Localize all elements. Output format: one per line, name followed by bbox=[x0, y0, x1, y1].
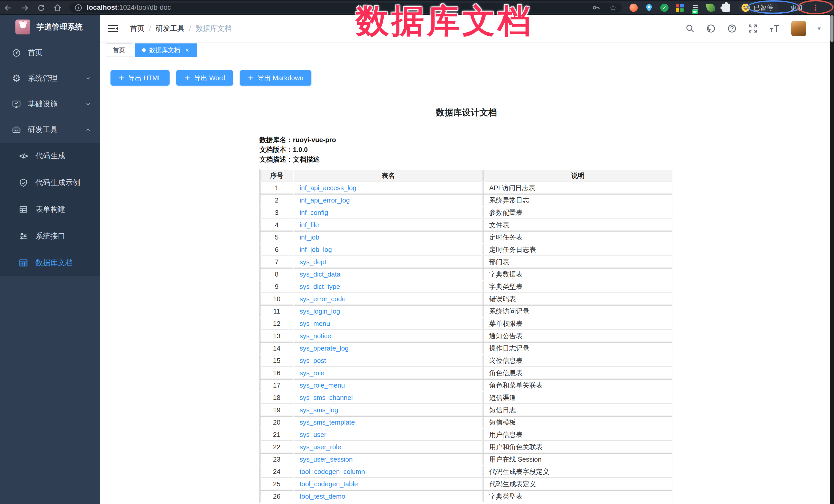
table-name-link[interactable]: sys_post bbox=[300, 357, 326, 365]
row-index: 15 bbox=[260, 355, 293, 367]
table-name-link[interactable]: inf_file bbox=[300, 221, 319, 229]
export-markdown-button[interactable]: 导出 Markdown bbox=[240, 70, 311, 86]
table-name-link[interactable]: sys_user bbox=[300, 431, 326, 438]
table-name-link[interactable]: sys_sms_log bbox=[300, 406, 338, 414]
sidebar-item-codegen-demo[interactable]: 代码生成示例 bbox=[0, 169, 100, 196]
button-label: 导出 Markdown bbox=[258, 73, 303, 83]
sidebar-item-db-doc[interactable]: 数据库文档 bbox=[0, 249, 100, 276]
tab-db-doc[interactable]: 数据库文档 bbox=[135, 43, 197, 57]
export-word-button[interactable]: 导出 Word bbox=[176, 70, 233, 86]
github-icon[interactable] bbox=[706, 24, 716, 34]
table-row: 11 sys_login_log 系统访问记录 bbox=[260, 305, 673, 317]
breadcrumb-devtools[interactable]: 研发工具 bbox=[156, 24, 184, 34]
table-name-link[interactable]: sys_user_session bbox=[300, 455, 353, 463]
row-description: 代码生成表字段定义 bbox=[483, 466, 673, 478]
table-row: 3 inf_config 参数配置表 bbox=[260, 206, 673, 218]
sidebar-item-infra[interactable]: 基础设施 bbox=[0, 91, 100, 117]
fullscreen-icon[interactable] bbox=[748, 24, 758, 33]
table-name-link[interactable]: sys_dict_data bbox=[300, 270, 341, 278]
address-bar[interactable]: localhost:1024/tool/db-doc ☆ bbox=[69, 3, 622, 13]
browser-update-button[interactable]: 更新 bbox=[790, 3, 804, 12]
row-index: 10 bbox=[260, 293, 293, 305]
sidebar-item-form-builder[interactable]: 表单构建 bbox=[0, 196, 100, 223]
sidebar-item-system[interactable]: ⚙ 系统管理 bbox=[0, 66, 100, 91]
tags-view-bar: 首页 数据库文档 bbox=[100, 42, 830, 58]
row-index: 16 bbox=[260, 367, 293, 379]
table-name-link[interactable]: sys_operate_log bbox=[300, 344, 349, 352]
password-key-icon[interactable] bbox=[592, 3, 600, 12]
avatar-caret-down-icon[interactable]: ▾ bbox=[817, 25, 821, 32]
sidebar-item-devtools[interactable]: 研发工具 bbox=[0, 117, 100, 143]
extension-check-icon[interactable]: ✓ bbox=[660, 4, 668, 12]
avatar[interactable] bbox=[791, 21, 806, 36]
bookmark-star-icon[interactable]: ☆ bbox=[609, 3, 617, 13]
plus-icon bbox=[248, 75, 254, 81]
help-icon[interactable] bbox=[727, 24, 737, 34]
row-index: 23 bbox=[260, 453, 293, 465]
extension-grid-icon[interactable] bbox=[676, 4, 684, 12]
table-name-link[interactable]: sys_role_menu bbox=[300, 381, 345, 389]
extension-leaf-icon[interactable] bbox=[706, 3, 715, 12]
button-label: 导出 HTML bbox=[128, 73, 161, 83]
table-name-link[interactable]: inf_job_log bbox=[300, 246, 332, 254]
table-name-link[interactable]: sys_dict_type bbox=[300, 283, 340, 290]
extension-strip: ✓ on bbox=[630, 4, 730, 12]
table-name-link[interactable]: inf_config bbox=[300, 209, 328, 216]
browser-reload-icon[interactable] bbox=[33, 3, 49, 12]
chevron-up-icon bbox=[85, 127, 91, 133]
table-name-link[interactable]: tool_test_demo bbox=[300, 492, 345, 500]
extension-bars-icon[interactable]: on bbox=[691, 4, 699, 12]
extension-orange-icon[interactable] bbox=[630, 4, 638, 12]
extension-pin-icon[interactable] bbox=[645, 4, 653, 12]
extensions-puzzle-icon[interactable] bbox=[722, 4, 730, 12]
table-name-link[interactable]: sys_sms_template bbox=[300, 418, 355, 426]
chevron-down-icon bbox=[85, 101, 91, 107]
sidebar-item-codegen[interactable]: </> 代码生成 bbox=[0, 143, 100, 169]
table-name-link[interactable]: inf_api_access_log bbox=[300, 184, 356, 192]
table-row: 22 sys_user_role 用户和角色关联表 bbox=[260, 441, 673, 453]
table-name-link[interactable]: sys_sms_channel bbox=[300, 394, 353, 401]
browser-back-icon[interactable] bbox=[0, 3, 17, 12]
table-name-link[interactable]: sys_user_role bbox=[300, 443, 341, 451]
table-name-link[interactable]: inf_api_error_log bbox=[300, 196, 350, 204]
table-name-link[interactable]: tool_codegen_table bbox=[300, 480, 358, 488]
breadcrumb-home[interactable]: 首页 bbox=[130, 24, 145, 34]
font-size-icon[interactable] bbox=[769, 24, 780, 33]
row-description: 菜单权限表 bbox=[483, 318, 673, 329]
table-name-link[interactable]: sys_dept bbox=[300, 258, 326, 266]
row-description: 操作日志记录 bbox=[483, 342, 673, 354]
table-row: 14 sys_operate_log 操作日志记录 bbox=[260, 342, 673, 354]
app-logo-row[interactable]: 芋道管理系统 bbox=[0, 15, 100, 39]
export-html-button[interactable]: 导出 HTML bbox=[110, 70, 170, 86]
tab-close-icon[interactable] bbox=[185, 47, 190, 53]
tab-label: 数据库文档 bbox=[149, 46, 180, 54]
table-name-link[interactable]: sys_error_code bbox=[300, 295, 346, 303]
table-name-link[interactable]: tool_codegen_column bbox=[300, 468, 365, 476]
sidebar-item-home[interactable]: 首页 bbox=[0, 40, 100, 66]
site-info-icon[interactable] bbox=[74, 4, 82, 12]
sidebar-menu: 首页 ⚙ 系统管理 基础设施 研发工具 bbox=[0, 40, 100, 276]
table-name-link[interactable]: sys_menu bbox=[300, 320, 330, 327]
scrollbar-thumb[interactable] bbox=[830, 15, 833, 42]
meta-db-name: 数据库名：ruoyi-vue-pro bbox=[260, 135, 673, 145]
form-grid-icon bbox=[18, 205, 29, 214]
row-description: 系统异常日志 bbox=[483, 194, 673, 206]
table-row: 26 tool_test_demo 字典类型表 bbox=[260, 490, 673, 502]
table-name-link[interactable]: inf_job bbox=[300, 233, 320, 241]
extension-paused-badge[interactable]: 已暂停 bbox=[739, 2, 778, 13]
sidebar-item-system-api[interactable]: 系统接口 bbox=[0, 223, 100, 249]
table-row: 1 inf_api_access_log API 访问日志表 bbox=[260, 182, 673, 194]
table-row: 13 sys_notice 通知公告表 bbox=[260, 330, 673, 342]
search-icon[interactable] bbox=[685, 24, 695, 33]
table-name-link[interactable]: sys_notice bbox=[300, 332, 331, 340]
browser-menu-icon[interactable]: ⋮ bbox=[811, 3, 819, 13]
sidebar-fold-icon[interactable] bbox=[107, 23, 119, 34]
table-name-link[interactable]: sys_role bbox=[300, 369, 325, 377]
browser-forward-icon[interactable] bbox=[17, 3, 33, 12]
table-row: 20 sys_sms_template 短信模板 bbox=[260, 416, 673, 428]
browser-home-icon[interactable] bbox=[49, 3, 66, 12]
table-row: 9 sys_dict_type 字典类型表 bbox=[260, 281, 673, 292]
table-name-link[interactable]: sys_login_log bbox=[300, 307, 340, 315]
tab-home[interactable]: 首页 bbox=[106, 43, 132, 57]
page-scrollbar[interactable] bbox=[830, 15, 834, 504]
